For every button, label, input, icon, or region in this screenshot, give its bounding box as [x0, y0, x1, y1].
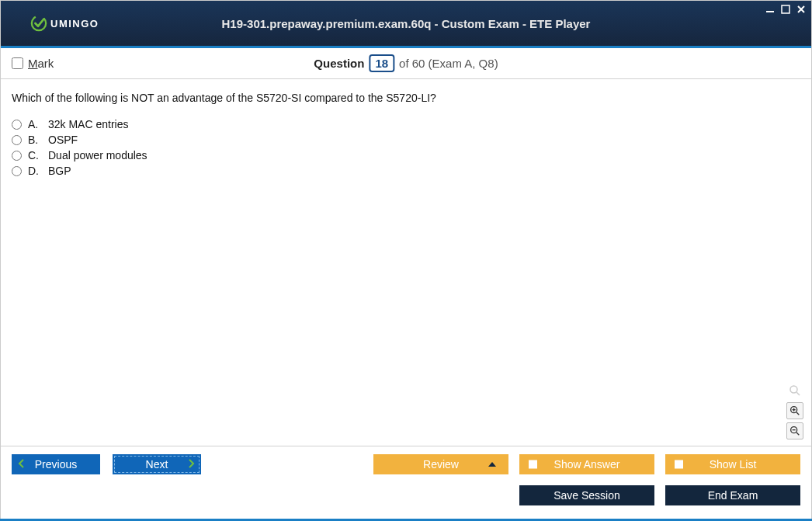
brand-name: UMINGO: [50, 18, 99, 30]
option-c[interactable]: C. Dual power modules: [12, 149, 800, 162]
search-icon[interactable]: [786, 382, 803, 399]
footer-row-1: Previous Next Review Show Answer: [12, 454, 800, 474]
next-label: Next: [146, 458, 168, 471]
svg-point-0: [30, 15, 47, 32]
option-radio[interactable]: [12, 151, 22, 161]
options-list: A. 32k MAC entries B. OSPF C. Dual power…: [12, 118, 800, 177]
option-text: BGP: [48, 165, 71, 177]
save-session-label: Save Session: [553, 489, 620, 502]
svg-rect-2: [782, 5, 789, 13]
question-header: Mark Question 18 of 60 (Exam A, Q8): [1, 48, 811, 79]
previous-button[interactable]: Previous: [12, 454, 100, 474]
app-window: UMINGO H19-301.prepaway.premium.exam.60q…: [0, 0, 812, 521]
chevron-left-icon: [18, 458, 26, 471]
option-text: OSPF: [48, 134, 78, 146]
option-letter: C.: [28, 149, 42, 162]
option-letter: D.: [28, 165, 42, 177]
question-content: Which of the following is NOT an advanta…: [1, 79, 811, 446]
end-exam-label: End Exam: [708, 489, 758, 502]
question-total: of 60 (Exam A, Q8): [399, 57, 498, 70]
window-title: H19-301.prepaway.premium.exam.60q - Cust…: [222, 17, 591, 30]
close-button[interactable]: [796, 4, 807, 15]
mark-checkbox[interactable]: Mark: [12, 57, 54, 70]
window-controls: [765, 4, 807, 15]
title-bar: UMINGO H19-301.prepaway.premium.exam.60q…: [1, 1, 811, 46]
question-counter: Question 18 of 60 (Exam A, Q8): [314, 54, 498, 72]
footer-row-2: Save Session End Exam: [12, 485, 800, 505]
question-word: Question: [314, 57, 364, 70]
square-icon: [675, 460, 683, 469]
svg-point-3: [790, 386, 797, 393]
previous-label: Previous: [35, 458, 77, 471]
mark-label: Mark: [28, 57, 54, 70]
minimize-button[interactable]: [765, 4, 776, 15]
svg-line-4: [796, 392, 800, 395]
option-b[interactable]: B. OSPF: [12, 134, 800, 146]
triangle-up-icon: [488, 462, 496, 467]
option-radio[interactable]: [12, 120, 22, 130]
end-exam-button[interactable]: End Exam: [665, 485, 800, 505]
svg-rect-1: [766, 11, 774, 12]
show-list-button[interactable]: Show List: [665, 454, 800, 474]
option-radio[interactable]: [12, 135, 22, 145]
review-label: Review: [423, 458, 459, 471]
question-text: Which of the following is NOT an advanta…: [12, 92, 800, 104]
maximize-button[interactable]: [780, 4, 791, 15]
logo-check-icon: [30, 15, 47, 32]
option-radio[interactable]: [12, 166, 22, 176]
option-letter: A.: [28, 118, 42, 130]
mark-checkbox-input[interactable]: [12, 57, 23, 69]
option-d[interactable]: D. BGP: [12, 165, 800, 177]
show-list-label: Show List: [710, 458, 757, 471]
current-question-number: 18: [369, 54, 394, 72]
show-answer-label: Show Answer: [554, 458, 620, 471]
brand-logo: UMINGO: [30, 15, 99, 32]
option-letter: B.: [28, 134, 42, 146]
zoom-controls: [786, 382, 803, 439]
show-answer-button[interactable]: Show Answer: [519, 454, 654, 474]
next-button[interactable]: Next: [113, 454, 201, 474]
chevron-right-icon: [187, 458, 195, 471]
zoom-out-button[interactable]: [786, 422, 803, 439]
option-text: 32k MAC entries: [48, 118, 128, 130]
option-text: Dual power modules: [48, 149, 147, 162]
square-icon: [529, 460, 537, 469]
footer: Previous Next Review Show Answer: [1, 446, 811, 520]
review-button[interactable]: Review: [373, 454, 508, 474]
svg-line-6: [796, 412, 799, 415]
zoom-in-button[interactable]: [786, 402, 803, 419]
save-session-button[interactable]: Save Session: [519, 485, 654, 505]
svg-line-10: [796, 432, 799, 435]
option-a[interactable]: A. 32k MAC entries: [12, 118, 800, 130]
